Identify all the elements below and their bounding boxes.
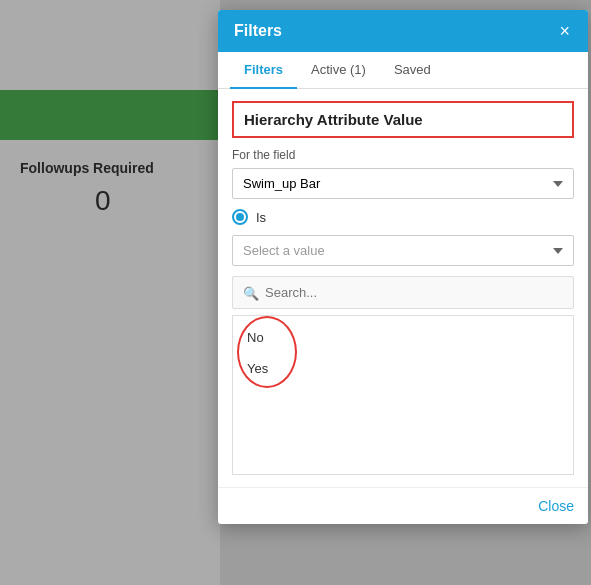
value-list: No Yes bbox=[232, 315, 574, 475]
modal-header: Filters × bbox=[218, 10, 588, 52]
tab-saved[interactable]: Saved bbox=[380, 52, 445, 89]
radio-is[interactable] bbox=[232, 209, 248, 225]
operator-label: Is bbox=[256, 210, 266, 225]
field-label: For the field bbox=[232, 148, 574, 162]
field-dropdown[interactable]: Swim_up Bar bbox=[232, 168, 574, 199]
modal-footer: Close bbox=[218, 487, 588, 524]
filter-title-text: Hierarchy Attribute Value bbox=[244, 111, 423, 128]
tab-active[interactable]: Active (1) bbox=[297, 52, 380, 89]
filters-modal: Filters × Filters Active (1) Saved Hiera… bbox=[218, 10, 588, 524]
value-dropdown[interactable]: Select a value bbox=[232, 235, 574, 266]
radio-is-inner bbox=[236, 213, 244, 221]
operator-radio-row: Is bbox=[232, 209, 574, 225]
modal-body: Hierarchy Attribute Value For the field … bbox=[218, 89, 588, 487]
modal-title: Filters bbox=[234, 22, 282, 40]
search-container: 🔍 bbox=[232, 276, 574, 309]
modal-tabs: Filters Active (1) Saved bbox=[218, 52, 588, 89]
footer-close-button[interactable]: Close bbox=[538, 498, 574, 514]
list-item-yes[interactable]: Yes bbox=[233, 353, 573, 384]
modal-close-button[interactable]: × bbox=[557, 22, 572, 40]
filter-title-box: Hierarchy Attribute Value bbox=[232, 101, 574, 138]
list-item-no[interactable]: No bbox=[233, 322, 573, 353]
search-input[interactable] bbox=[233, 277, 573, 308]
search-icon: 🔍 bbox=[243, 285, 259, 300]
tab-filters[interactable]: Filters bbox=[230, 52, 297, 89]
